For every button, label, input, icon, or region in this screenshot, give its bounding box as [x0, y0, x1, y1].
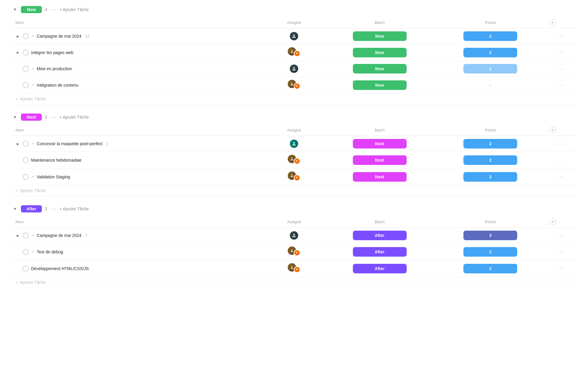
expand-button[interactable]: ▶ [16, 141, 20, 146]
batch-cell: Next [324, 136, 435, 152]
batch-pill[interactable]: After [353, 231, 407, 240]
avatar-group [288, 155, 300, 164]
actions-cell: ··· [546, 243, 576, 260]
section-dots-button[interactable]: ··· [50, 206, 56, 212]
task-checkbox[interactable] [23, 82, 29, 88]
add-column-button[interactable]: + [549, 218, 556, 225]
batch-pill[interactable]: Now [353, 64, 407, 73]
svg-point-16 [291, 249, 293, 251]
add-task-inline-button[interactable]: + Ajouter Tâche [16, 280, 572, 285]
batch-pill[interactable]: Now [353, 80, 407, 90]
task-checkbox[interactable] [23, 157, 29, 163]
avatar-img [290, 231, 298, 240]
row-dots-button[interactable]: ··· [558, 249, 564, 255]
row-dots-button[interactable]: ··· [558, 157, 564, 163]
avatar-group [288, 80, 300, 89]
section-chevron[interactable]: ▼ [12, 206, 18, 212]
section-add-task[interactable]: + Ajouter Tâche [59, 7, 89, 12]
section-badge[interactable]: After [21, 205, 42, 212]
points-pill: 2 [463, 31, 517, 41]
row-dots-button[interactable]: ··· [558, 265, 564, 271]
col-header-batch: Batch [324, 124, 435, 136]
batch-cell: After [324, 228, 435, 243]
batch-cell: After [324, 260, 435, 277]
task-checkbox[interactable] [23, 249, 29, 255]
section-chevron[interactable]: ▼ [12, 7, 18, 13]
table-row: ▶ ↗ Concevoir la maquette pixel-perfect … [12, 136, 576, 152]
task-checkbox[interactable] [23, 266, 29, 272]
section-dots-button[interactable]: ··· [50, 114, 56, 120]
add-column-button[interactable]: + [549, 127, 556, 133]
row-dots-button[interactable]: ··· [558, 141, 564, 147]
svg-point-4 [293, 67, 295, 69]
task-checkbox[interactable] [23, 33, 29, 39]
svg-rect-14 [296, 178, 297, 179]
batch-cell: Next [324, 169, 435, 185]
batch-pill[interactable]: After [353, 264, 407, 273]
batch-pill[interactable]: Now [353, 48, 407, 57]
col-header-points: Points [435, 17, 546, 28]
task-name: Concevoir la maquette pixel-perfect [37, 141, 102, 146]
task-name: Campagne de mai 2024 [37, 233, 81, 238]
row-dots-button[interactable]: ··· [558, 174, 564, 180]
add-task-label[interactable]: Ajouter Tâche [20, 96, 46, 101]
row-dots-button[interactable]: ··· [558, 82, 564, 88]
actions-cell: ··· [546, 61, 576, 77]
col-header-batch: Batch [324, 216, 435, 228]
points-cell: 2 [435, 243, 546, 260]
row-dots-button[interactable]: ··· [558, 66, 564, 72]
assignee-cell [264, 152, 324, 169]
points-cell: – [435, 77, 546, 94]
batch-pill[interactable]: Now [353, 31, 407, 41]
avatar-group [288, 246, 300, 256]
expand-button[interactable]: ▶ [16, 50, 20, 55]
svg-rect-13 [296, 177, 298, 178]
table-row: Maintenance hebdomadaie [12, 152, 576, 169]
assignee-cell [264, 28, 324, 44]
batch-pill[interactable]: Next [353, 172, 407, 182]
avatar-secondary [294, 158, 300, 164]
svg-point-12 [291, 174, 293, 176]
row-dots-button[interactable]: ··· [558, 232, 564, 238]
section-badge[interactable]: Next [21, 114, 42, 121]
col-header-nom: Nom [12, 17, 264, 28]
task-name-cell: Maintenance hebdomadaie [12, 152, 264, 169]
task-checkbox[interactable] [23, 66, 29, 72]
task-checkbox[interactable] [23, 141, 29, 147]
section-dots-button[interactable]: ··· [50, 7, 56, 13]
batch-pill[interactable]: Next [353, 139, 407, 148]
add-task-label[interactable]: Ajouter Tâche [20, 188, 46, 193]
task-name: Campagne de mai 2024 [37, 34, 81, 39]
actions-cell: ··· [546, 44, 576, 61]
expand-button[interactable]: ▶ [16, 34, 20, 39]
section-badge[interactable]: Now [21, 6, 42, 13]
points-cell: 1 [435, 61, 546, 77]
section-add-task[interactable]: + Ajouter Tâche [59, 206, 89, 211]
add-task-label[interactable]: Ajouter Tâche [20, 280, 46, 285]
section-add-task[interactable]: + Ajouter Tâche [59, 115, 89, 120]
row-dots-button[interactable]: ··· [558, 49, 564, 55]
points-cell: 2 [435, 260, 546, 277]
avatar-secondary [294, 83, 300, 89]
avatar-img [290, 65, 298, 73]
task-table: Nom Assigné Batch Points + ▶ ↗ Campagne … [12, 17, 576, 105]
row-dots-button[interactable]: ··· [558, 33, 564, 39]
add-task-cell: + Ajouter Tâche [12, 185, 576, 196]
avatar-group [288, 47, 300, 57]
section-chevron[interactable]: ▼ [12, 114, 18, 120]
points-pill: 3 [463, 231, 517, 240]
add-task-inline-button[interactable]: + Ajouter Tâche [16, 188, 572, 193]
batch-cell: Now [324, 28, 435, 44]
add-column-button[interactable]: + [549, 19, 556, 26]
avatar [290, 32, 298, 40]
batch-pill[interactable]: After [353, 247, 407, 257]
task-table: Nom Assigné Batch Points + ▶ ↗ Concevoir… [12, 124, 576, 196]
task-checkbox[interactable] [23, 232, 29, 238]
task-checkbox[interactable] [23, 50, 29, 56]
task-checkbox[interactable] [23, 174, 29, 180]
avatar-group [288, 263, 300, 273]
expand-button[interactable]: ▶ [16, 233, 20, 238]
add-task-inline-button[interactable]: + Ajouter Tâche [16, 96, 572, 101]
batch-pill[interactable]: Next [353, 155, 407, 165]
task-name-cell: ↗ Validation Staging [12, 169, 264, 185]
